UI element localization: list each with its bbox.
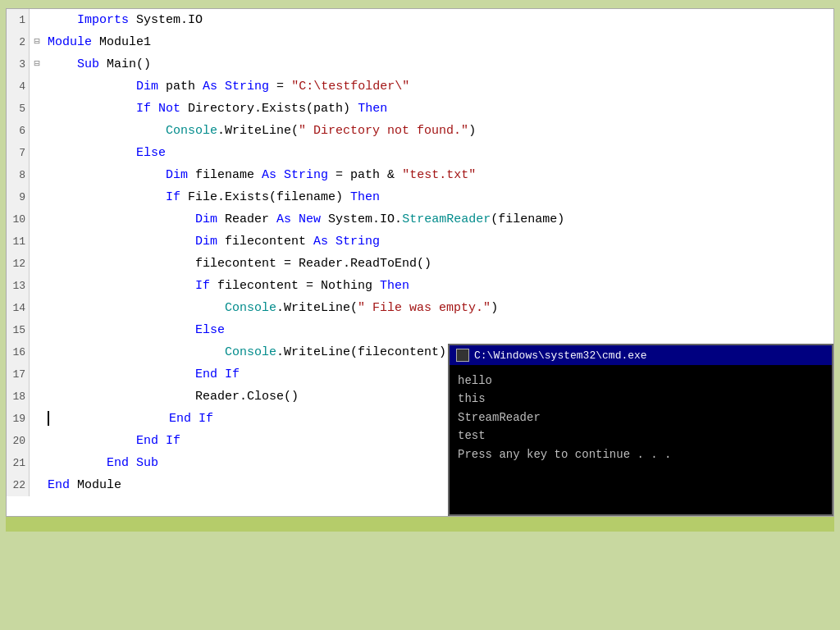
code-content: Dim filename As String = path & "test.tx… (44, 164, 833, 186)
token: Directory.Exists(path) (180, 102, 358, 116)
token: If (166, 190, 180, 204)
token (48, 368, 195, 381)
line-number: 18 (7, 386, 30, 408)
collapse-icon (30, 142, 44, 164)
code-content: Else (44, 142, 833, 164)
code-line: 5 If Not Directory.Exists(path) Then (7, 98, 833, 120)
code-line: 8 Dim filename As String = path & "test.… (7, 164, 833, 186)
line-number: 3 (7, 53, 30, 75)
line-number: 1 (7, 9, 30, 31)
collapse-icon (30, 75, 44, 98)
token: Then (350, 190, 380, 204)
token: Console (225, 345, 276, 359)
code-line: 10 Dim Reader As New System.IO.StreamRea… (7, 208, 833, 231)
token (151, 102, 158, 116)
token (48, 80, 136, 94)
line-number: 9 (7, 186, 30, 208)
token: .WriteLine(filecontent) (276, 345, 446, 359)
token: Reader (217, 212, 276, 226)
line-number: 4 (7, 75, 30, 98)
code-content: Sub Main() (44, 53, 833, 75)
collapse-icon (30, 474, 44, 496)
token: Dim (166, 168, 188, 182)
line-number: 13 (7, 275, 30, 297)
line-number: 8 (7, 164, 30, 186)
cursor (48, 411, 49, 426)
cmd-output-line: this (458, 390, 824, 408)
collapse-icon (30, 386, 44, 408)
token: If (166, 434, 180, 448)
token: If (136, 102, 151, 116)
token: As (313, 235, 328, 249)
token: filecontent = Nothing (210, 279, 380, 293)
token: End (136, 434, 158, 448)
line-number: 15 (7, 319, 30, 341)
code-content: If File.Exists(filename) Then (44, 186, 833, 208)
token (48, 456, 107, 470)
token: String (336, 235, 380, 249)
collapse-icon (30, 9, 44, 31)
code-content: If Not Directory.Exists(path) Then (44, 98, 833, 120)
token: As (276, 212, 291, 226)
token: File.Exists(filename) (180, 190, 350, 204)
code-line: 3⊟ Sub Main() (7, 53, 833, 75)
collapse-icon (30, 408, 44, 430)
token (48, 279, 195, 293)
token: Dim (195, 212, 217, 226)
token: String (284, 168, 328, 182)
token (51, 412, 169, 426)
code-line: 1 Imports System.IO (7, 9, 833, 31)
collapse-icon (30, 297, 44, 319)
code-line: 9 If File.Exists(filename) Then (7, 186, 833, 208)
token: = path & (328, 168, 402, 182)
code-line: 6 Console.WriteLine(" Directory not foun… (7, 120, 833, 142)
line-number: 16 (7, 341, 30, 363)
line-number: 22 (7, 474, 30, 496)
code-line: 4 Dim path As String = "C:\testfolder\" (7, 75, 833, 98)
token: ) (491, 301, 498, 315)
collapse-icon (30, 231, 44, 253)
token (48, 235, 195, 249)
collapse-icon (30, 253, 44, 275)
line-number: 14 (7, 297, 30, 319)
code-content: Imports System.IO (44, 9, 833, 31)
token: Dim (136, 80, 158, 94)
token: System.IO. (321, 212, 402, 226)
cmd-body: hellothisStreamReadertestPress any key t… (450, 365, 832, 470)
token: End (48, 478, 70, 492)
token: "test.txt" (402, 168, 476, 182)
token: Module1 (92, 35, 151, 49)
line-number: 10 (7, 208, 30, 231)
line-number: 12 (7, 253, 30, 275)
line-number: 6 (7, 120, 30, 142)
token: "C:\testfolder\" (291, 80, 409, 94)
collapse-icon (30, 452, 44, 474)
token (48, 434, 136, 448)
code-content: Console.WriteLine(" Directory not found.… (44, 120, 833, 142)
token: StreamReader (402, 212, 491, 226)
line-number: 17 (7, 363, 30, 386)
collapse-icon (30, 98, 44, 120)
collapse-icon (30, 275, 44, 297)
code-line: 14 Console.WriteLine(" File was empty.") (7, 297, 833, 319)
token: Module (48, 35, 92, 49)
cmd-window: C:\Windows\system32\cmd.exe hellothisStr… (448, 344, 833, 516)
token (129, 456, 136, 470)
token (48, 124, 166, 138)
token: (filename) (491, 212, 564, 226)
token (191, 412, 199, 426)
code-content: Dim Reader As New System.IO.StreamReader… (44, 208, 833, 231)
token: = (269, 80, 291, 94)
token (291, 212, 299, 226)
token: ) (468, 124, 476, 138)
collapse-icon (30, 186, 44, 208)
code-content: Module Module1 (44, 31, 833, 53)
token: New (299, 212, 321, 226)
token: System.IO (129, 13, 203, 27)
token (48, 168, 166, 182)
collapse-icon[interactable]: ⊟ (30, 31, 44, 53)
collapse-icon[interactable]: ⊟ (30, 53, 44, 75)
token (48, 345, 225, 359)
collapse-icon (30, 319, 44, 341)
token (158, 434, 166, 448)
